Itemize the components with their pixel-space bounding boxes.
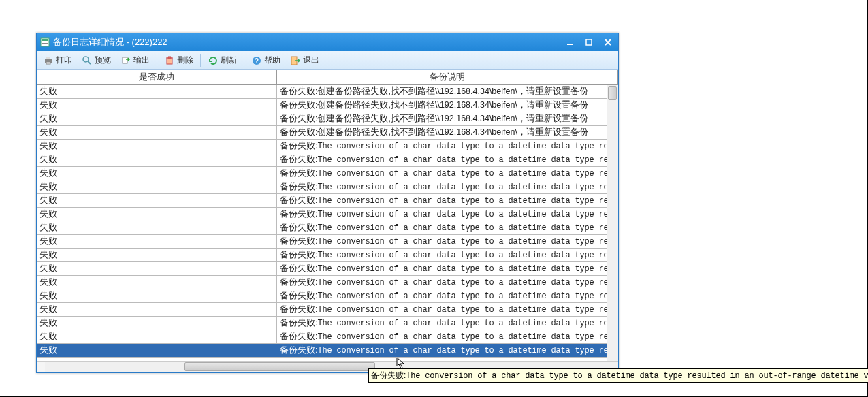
data-grid: 是否成功 备份说明 失败备份失败:创建备份路径失败,找不到路径\\192.168… xyxy=(37,70,618,372)
svg-rect-3 xyxy=(42,43,48,44)
cell-desc: 备份失败:The conversion of a char data type … xyxy=(277,262,618,275)
table-row[interactable]: 失败备份失败:The conversion of a char data typ… xyxy=(37,153,618,167)
grid-header: 是否成功 备份说明 xyxy=(37,70,618,85)
printer-icon xyxy=(43,55,54,66)
cell-desc: 备份失败:The conversion of a char data type … xyxy=(277,153,618,166)
cell-desc: 备份失败:The conversion of a char data type … xyxy=(277,140,618,153)
svg-rect-12 xyxy=(167,59,172,64)
cell-desc: 备份失败:创建备份路径失败,找不到路径\\192.168.4.34\beifen… xyxy=(277,126,618,139)
cell-desc: 备份失败:The conversion of a char data type … xyxy=(277,180,618,193)
svg-rect-5 xyxy=(586,39,592,45)
cell-desc: 备份失败:The conversion of a char data type … xyxy=(277,208,618,221)
horizontal-scroll-thumb[interactable] xyxy=(184,362,375,371)
svg-rect-2 xyxy=(42,42,48,42)
table-row[interactable]: 失败备份失败:The conversion of a char data typ… xyxy=(37,249,618,262)
delete-button[interactable]: 删除 xyxy=(160,52,197,68)
toolbar-divider xyxy=(244,54,244,67)
toolbar-divider xyxy=(200,54,201,67)
cell-desc: 备份失败:The conversion of a char data type … xyxy=(277,317,618,330)
cell-status: 失败 xyxy=(37,330,277,343)
close-button[interactable] xyxy=(600,37,615,48)
table-row[interactable]: 失败备份失败:The conversion of a char data typ… xyxy=(37,221,618,235)
svg-rect-1 xyxy=(42,39,48,41)
cell-desc: 备份失败:The conversion of a char data type … xyxy=(277,303,618,316)
svg-rect-11 xyxy=(123,57,127,63)
cell-status: 失败 xyxy=(37,235,277,248)
preview-label: 预览 xyxy=(95,54,111,66)
table-row[interactable]: 失败备份失败:The conversion of a char data typ… xyxy=(37,303,618,317)
cell-status: 失败 xyxy=(37,289,277,302)
svg-rect-4 xyxy=(567,44,573,45)
maximize-button[interactable] xyxy=(581,37,596,48)
export-label: 输出 xyxy=(133,54,150,66)
help-button[interactable]: ? 帮助 xyxy=(247,52,285,68)
tooltip-prefix: 备份失败: xyxy=(371,370,406,380)
table-row[interactable]: 失败备份失败:The conversion of a char data typ… xyxy=(37,180,618,194)
svg-line-10 xyxy=(88,61,91,64)
cell-status: 失败 xyxy=(37,208,277,221)
help-label: 帮助 xyxy=(264,54,280,66)
cell-status: 失败 xyxy=(37,249,277,261)
cell-status: 失败 xyxy=(37,99,277,112)
minimize-button[interactable] xyxy=(562,37,577,48)
table-row[interactable]: 失败备份失败:The conversion of a char data typ… xyxy=(37,289,618,303)
preview-button[interactable]: 预览 xyxy=(78,52,115,68)
table-row[interactable]: 失败备份失败:创建备份路径失败,找不到路径\\192.168.4.34\beif… xyxy=(37,99,618,112)
cell-status: 失败 xyxy=(37,262,277,275)
help-icon: ? xyxy=(251,55,262,66)
cell-desc: 备份失败:The conversion of a char data type … xyxy=(277,289,618,302)
titlebar[interactable]: 备份日志详细情况 - (222)222 xyxy=(37,33,618,51)
window-title: 备份日志详细情况 - (222)222 xyxy=(53,36,562,48)
cell-status: 失败 xyxy=(37,153,277,166)
refresh-icon xyxy=(208,55,219,66)
vertical-scroll-thumb[interactable] xyxy=(608,86,617,100)
cell-status: 失败 xyxy=(37,167,277,180)
exit-button[interactable]: 退出 xyxy=(286,52,323,68)
dialog-window: 备份日志详细情况 - (222)222 打印 预览 xyxy=(36,33,619,373)
print-button[interactable]: 打印 xyxy=(39,52,76,68)
table-row[interactable]: 失败备份失败:创建备份路径失败,找不到路径\\192.168.4.34\beif… xyxy=(37,85,618,99)
cell-desc: 备份失败:创建备份路径失败,找不到路径\\192.168.4.34\beifen… xyxy=(277,85,618,98)
app-icon xyxy=(39,37,50,48)
cell-status: 失败 xyxy=(37,126,277,139)
table-row[interactable]: 失败备份失败:The conversion of a char data typ… xyxy=(37,194,618,208)
cell-status: 失败 xyxy=(37,317,277,330)
column-header-desc[interactable]: 备份说明 xyxy=(277,70,618,84)
table-row[interactable]: 失败备份失败:The conversion of a char data typ… xyxy=(37,167,618,180)
cell-desc: 备份失败:创建备份路径失败,找不到路径\\192.168.4.34\beifen… xyxy=(277,99,618,112)
grid-body[interactable]: 失败备份失败:创建备份路径失败,找不到路径\\192.168.4.34\beif… xyxy=(37,85,618,361)
table-row[interactable]: 失败备份失败:The conversion of a char data typ… xyxy=(37,330,618,344)
table-row[interactable]: 失败备份失败:创建备份路径失败,找不到路径\\192.168.4.34\beif… xyxy=(37,112,618,126)
vertical-scrollbar[interactable] xyxy=(607,85,618,361)
cell-desc: 备份失败:The conversion of a char data type … xyxy=(277,167,618,180)
cell-desc: 备份失败:The conversion of a char data type … xyxy=(277,194,618,207)
table-row[interactable]: 失败备份失败:创建备份路径失败,找不到路径\\192.168.4.34\beif… xyxy=(37,126,618,140)
delete-label: 删除 xyxy=(177,54,193,66)
exit-label: 退出 xyxy=(303,54,319,66)
refresh-button[interactable]: 刷新 xyxy=(204,52,241,68)
table-row[interactable]: 失败备份失败:The conversion of a char data typ… xyxy=(37,344,618,358)
cell-desc: 备份失败:The conversion of a char data type … xyxy=(277,235,618,248)
toolbar: 打印 预览 输出 删除 刷新 xyxy=(37,51,618,70)
table-row[interactable]: 失败备份失败:The conversion of a char data typ… xyxy=(37,262,618,276)
table-row[interactable]: 失败备份失败:The conversion of a char data typ… xyxy=(37,208,618,221)
export-icon xyxy=(120,55,131,66)
svg-point-9 xyxy=(83,57,89,62)
print-label: 打印 xyxy=(56,54,72,66)
export-button[interactable]: 输出 xyxy=(116,52,154,68)
cell-status: 失败 xyxy=(37,140,277,153)
column-header-status[interactable]: 是否成功 xyxy=(37,70,277,84)
cell-status: 失败 xyxy=(37,194,277,207)
cell-desc: 备份失败:创建备份路径失败,找不到路径\\192.168.4.34\beifen… xyxy=(277,112,618,125)
table-row[interactable]: 失败备份失败:The conversion of a char data typ… xyxy=(37,235,618,249)
cell-desc: 备份失败:The conversion of a char data type … xyxy=(277,276,618,289)
delete-icon xyxy=(164,55,175,66)
svg-rect-8 xyxy=(46,62,50,64)
table-row[interactable]: 失败备份失败:The conversion of a char data typ… xyxy=(37,317,618,330)
table-row[interactable]: 失败备份失败:The conversion of a char data typ… xyxy=(37,276,618,289)
cell-status: 失败 xyxy=(37,85,277,98)
cell-status: 失败 xyxy=(37,112,277,125)
cell-desc: 备份失败:The conversion of a char data type … xyxy=(277,330,618,343)
cell-status: 失败 xyxy=(37,180,277,193)
table-row[interactable]: 失败备份失败:The conversion of a char data typ… xyxy=(37,140,618,153)
